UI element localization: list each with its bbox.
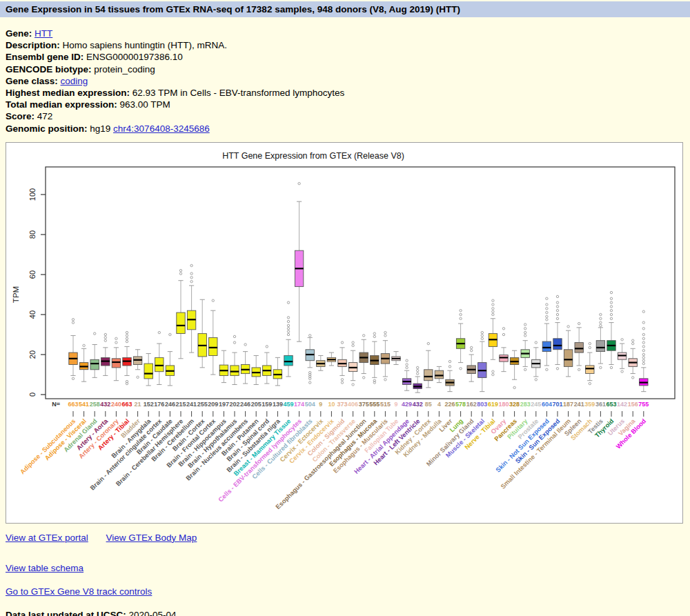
outlier-point <box>546 297 548 299</box>
info-line-score: Score: 472 <box>6 110 684 122</box>
info-line-description: Description: Homo sapiens huntingtin (HT… <box>6 39 684 51</box>
gene-class-link[interactable]: coding <box>61 76 88 86</box>
y-tick-label: 60 <box>28 270 37 279</box>
outlier-point <box>352 344 354 346</box>
sample-count: 258 <box>90 401 100 408</box>
data-updated-label: Data last updated at UCSC: <box>6 610 126 616</box>
sample-count: 375 <box>359 401 369 408</box>
outlier-point <box>578 322 580 324</box>
outlier-point <box>492 299 494 301</box>
boxplot-column: 653Thyroid <box>593 291 616 439</box>
outlier-point <box>72 321 74 324</box>
sample-count: 359 <box>584 401 595 408</box>
sample-count: 255 <box>197 401 208 408</box>
sample-count: 4 <box>437 401 441 408</box>
sample-count: 139 <box>273 401 283 408</box>
outlier-point <box>115 341 117 344</box>
outlier-point <box>502 333 504 335</box>
box <box>155 357 164 371</box>
box <box>575 342 583 352</box>
outlier-point <box>373 335 375 337</box>
outlier-point <box>642 327 644 329</box>
sample-count: 176 <box>154 401 164 408</box>
sample-count: 240 <box>111 401 121 408</box>
gene-link[interactable]: HTT <box>34 28 52 39</box>
outlier-point <box>417 369 419 371</box>
outlier-point <box>556 313 558 315</box>
outlier-point <box>406 364 408 366</box>
outlier-point <box>287 320 289 322</box>
sample-count: 209 <box>208 401 218 408</box>
y-axis-label: TPM <box>12 286 20 303</box>
outlier-point <box>632 339 634 341</box>
outlier-point <box>642 310 644 312</box>
outlier-point <box>556 306 558 308</box>
outlier-point <box>556 295 558 297</box>
sample-count: 142 <box>617 401 627 408</box>
sample-count: 202 <box>229 401 239 408</box>
sample-count: 241 <box>186 401 197 408</box>
outlier-point <box>556 317 558 319</box>
outlier-point <box>556 301 558 304</box>
outlier-point <box>642 346 644 348</box>
outlier-point <box>524 368 526 370</box>
outlier-point <box>471 349 473 351</box>
track-controls-row: Go to GTEx Gene V8 track controls <box>6 586 684 597</box>
track-controls-link[interactable]: Go to GTEx Gene V8 track controls <box>6 586 152 597</box>
outlier-point <box>556 367 558 369</box>
outlier-point <box>417 372 419 375</box>
outlier-point <box>610 291 612 293</box>
outlier-point <box>600 317 602 319</box>
gtex-body-map-link[interactable]: View GTEx Body Map <box>106 533 197 543</box>
total-median-label: Total median expression: <box>6 99 117 110</box>
outlier-point <box>492 310 494 312</box>
boxplot-column: 578Lung <box>448 309 466 433</box>
total-median-value: 963.00 TPM <box>120 99 170 110</box>
gene-label: Gene: <box>6 28 32 39</box>
outlier-point <box>104 333 106 335</box>
outlier-point <box>600 366 602 368</box>
sample-count: 663 <box>68 401 78 408</box>
n-row-label: N= <box>52 401 60 408</box>
y-tick-label: 40 <box>28 310 37 319</box>
outlier-point <box>298 182 300 184</box>
sample-count: 180 <box>498 401 509 408</box>
outlier-point <box>621 338 623 340</box>
outlier-point <box>287 324 289 326</box>
box <box>144 364 152 379</box>
genomic-position-link[interactable]: chr4:3076408-3245686 <box>113 123 210 134</box>
box <box>90 359 99 370</box>
sample-count: 429 <box>402 401 412 408</box>
sample-count: 432 <box>413 401 423 408</box>
outlier-point <box>373 332 375 335</box>
gtex-portal-link[interactable]: View at GTEx portal <box>6 533 88 543</box>
sample-count: 85 <box>425 401 432 408</box>
outlier-point <box>535 341 537 344</box>
outlier-point <box>244 344 246 346</box>
table-schema-link[interactable]: View table schema <box>6 563 83 573</box>
outlier-point <box>309 381 311 384</box>
outlier-point <box>621 370 623 372</box>
biotype-value: protein_coding <box>94 64 155 74</box>
outlier-point <box>632 342 634 344</box>
sample-count: 755 <box>638 401 649 408</box>
ensembl-label: Ensembl gene ID: <box>6 52 83 62</box>
sample-count: 361 <box>595 401 606 408</box>
outlier-point <box>481 331 483 333</box>
sample-count: 159 <box>262 401 272 408</box>
outlier-point <box>610 297 612 299</box>
outlier-point <box>190 276 193 278</box>
sample-count: 515 <box>380 401 391 408</box>
outlier-point <box>179 269 181 271</box>
box <box>284 355 293 366</box>
outlier-point <box>567 326 569 328</box>
outlier-point <box>417 366 419 368</box>
outlier-point <box>610 317 612 319</box>
outlier-point <box>352 341 354 344</box>
outlier-point <box>524 335 526 337</box>
outlier-point <box>179 272 181 275</box>
outlier-point <box>363 335 365 337</box>
ensembl-value: ENSG00000197386.10 <box>86 52 183 62</box>
info-line-gene-class: Gene class: coding <box>6 75 684 87</box>
y-tick-label: 0 <box>28 393 37 397</box>
